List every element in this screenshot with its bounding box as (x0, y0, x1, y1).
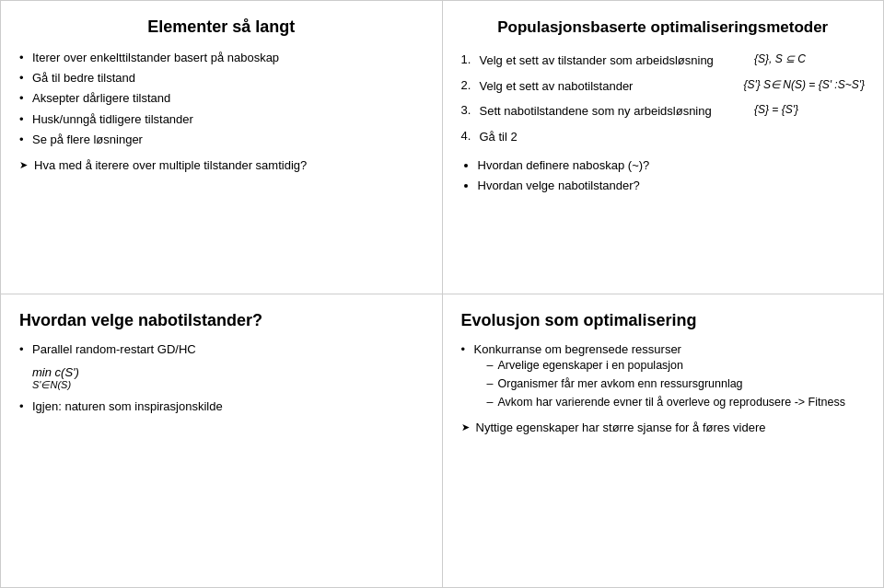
step-desc-4: Gå til 2 (480, 129, 748, 145)
step-num-1: 1. (461, 52, 476, 66)
step-formula-2: {S'} S∈ N(S) = {S' :S~S'} (743, 78, 865, 91)
br-sub-list: Arvelige egenskaper i en populasjon Orga… (474, 358, 866, 410)
step-4: 4. Gå til 2 (461, 129, 866, 145)
bottom-right-list: Konkurranse om begrensede ressurser Arve… (461, 341, 866, 410)
step-desc-1: Velg et sett av tilstander som arbeidslø… (480, 52, 748, 69)
top-half: Elementer så langt Iterer over enkelttil… (1, 1, 883, 294)
bottom-left-list: Parallel random-restart GD/HC (19, 341, 424, 358)
top-left-list: Iterer over enkelttilstander basert på n… (19, 50, 424, 148)
step-2: 2. Velg et sett av nabotilstander {S'} S… (461, 78, 866, 95)
bl-bullet-1: Parallel random-restart GD/HC (19, 341, 424, 358)
min-expression: min c(S') (32, 365, 79, 379)
list-item: Gå til bedre tilstand (19, 70, 424, 86)
step-desc-3: Sett nabotilstandene som ny arbeidsløsni… (480, 103, 748, 120)
min-formula: min c(S') S'∈N(S) (32, 365, 424, 391)
step-num-4: 4. (461, 129, 476, 143)
list-item: Aksepter dårligere tilstand (19, 90, 424, 107)
step-formula-1: {S}, S ⊆ C (754, 52, 865, 65)
bullet-item-1: Hvordan definere naboskap (~)? (478, 157, 866, 174)
step-num-3: 3. (461, 103, 476, 117)
list-item: Iterer over enkelttilstander basert på n… (19, 50, 424, 66)
bullet-item-2: Hvordan velge nabotilstander? (478, 178, 866, 194)
br-sub-2: Organismer får mer avkom enn ressursgrun… (487, 376, 866, 392)
bottom-right-title: Evolusjon som optimalisering (461, 311, 866, 330)
step-formula-3: {S} = {S'} (754, 103, 865, 116)
list-item: Husk/unngå tidligere tilstander (19, 111, 424, 128)
top-left-panel: Elementer så langt Iterer over enkelttil… (1, 1, 443, 294)
br-sub-3: Avkom har varierende evner til å overlev… (487, 395, 866, 410)
br-bullet-1: Konkurranse om begrensede ressurser Arve… (461, 341, 866, 410)
top-right-bullets: Hvordan definere naboskap (~)? Hvordan v… (461, 157, 866, 194)
slide-container: Elementer så langt Iterer over enkelttil… (0, 0, 884, 588)
min-subscript: S'∈N(S) (32, 379, 424, 391)
list-item: Se på flere løsninger (19, 132, 424, 148)
step-3: 3. Sett nabotilstandene som ny arbeidslø… (461, 103, 866, 120)
step-desc-2: Velg et sett av nabotilstander (480, 78, 737, 95)
bottom-half: Hvordan velge nabotilstander? Parallel r… (1, 294, 883, 587)
step-1: 1. Velg et sett av tilstander som arbeid… (461, 52, 866, 69)
bl-bullet-2: Igjen: naturen som inspirasjonskilde (19, 398, 424, 415)
br-sub-1: Arvelige egenskaper i en populasjon (487, 358, 866, 374)
top-right-panel: Populasjonsbaserte optimaliseringsmetode… (443, 1, 884, 294)
bottom-right-panel: Evolusjon som optimalisering Konkurranse… (443, 294, 884, 587)
steps-list: 1. Velg et sett av tilstander som arbeid… (461, 52, 866, 144)
bottom-left-title: Hvordan velge nabotilstander? (19, 311, 424, 330)
bottom-left-panel: Hvordan velge nabotilstander? Parallel r… (1, 294, 443, 587)
arrow-item: Hva med å iterere over multiple tilstand… (19, 157, 424, 174)
top-right-title: Populasjonsbaserte optimaliseringsmetode… (461, 17, 866, 38)
bottom-left-list-2: Igjen: naturen som inspirasjonskilde (19, 398, 424, 415)
top-left-title: Elementer så langt (19, 17, 424, 37)
bottom-right-arrow-item: Nyttige egenskaper har større sjanse for… (461, 420, 866, 436)
step-num-2: 2. (461, 78, 476, 92)
